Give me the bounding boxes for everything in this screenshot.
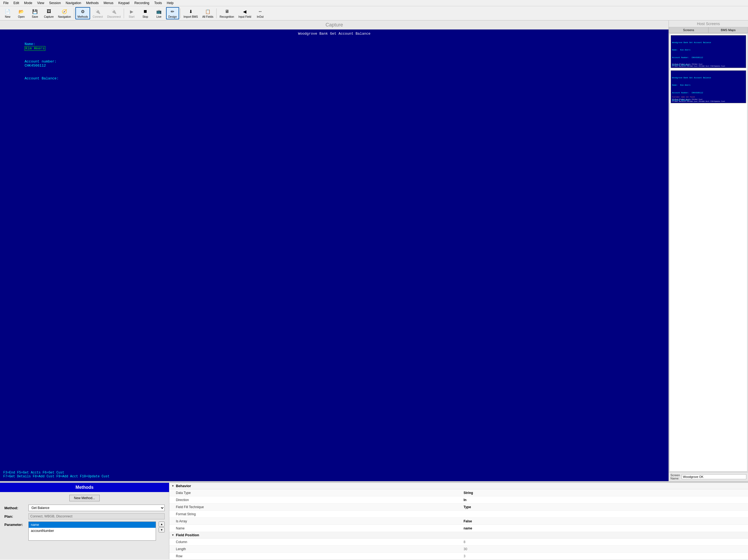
toolbar-btn-methods[interactable]: ⚙Methods	[75, 7, 90, 19]
toolbar-btn-input-field[interactable]: ◀Input Field	[236, 7, 253, 19]
terminal-name-line: Name: Kim Akers	[3, 38, 665, 55]
toolbar-btn-navigation[interactable]: 🧭Navigation	[56, 7, 73, 19]
tab-bms-maps[interactable]: BMS Maps	[708, 27, 748, 33]
prop-format-string: Format String	[169, 511, 748, 518]
new-icon: 📄	[4, 8, 11, 15]
menu-help[interactable]: Help	[165, 1, 176, 5]
navigation-icon: 🧭	[61, 8, 68, 15]
toolbar-btn-new[interactable]: 📄New	[1, 7, 14, 19]
menu-file[interactable]: File	[1, 1, 10, 5]
screen-name-input[interactable]	[682, 474, 746, 479]
prop-value-row-field: 3	[462, 554, 748, 559]
param-scroll-down[interactable]: ▼	[159, 527, 165, 532]
field-position-chevron: ▼	[171, 534, 174, 537]
stop-icon: ⏹	[142, 8, 148, 15]
import-bms-icon: ⬇	[187, 8, 194, 15]
toolbar-btn-import-bms[interactable]: ⬇Import BMS	[182, 7, 200, 19]
prop-value-field-fill: Type	[462, 504, 748, 510]
new-method-button[interactable]: New Method...	[69, 495, 100, 501]
recognition-icon: 🖥	[224, 8, 230, 15]
connect-label: Connect	[93, 15, 103, 18]
prop-value-length: 30	[462, 546, 748, 552]
prop-name-length: Length	[169, 546, 462, 552]
param-item-account-number[interactable]: accountNumber	[29, 528, 156, 534]
field-position-section-header[interactable]: ▼ Field Position	[169, 532, 748, 538]
stop-label: Stop	[143, 15, 148, 18]
param-item-name[interactable]: name	[29, 522, 156, 528]
host-screens-content[interactable]: Woodgrove Bank Get Account Balance Name:…	[669, 34, 747, 471]
toolbar-btn-all-fields[interactable]: 📋All Fields	[201, 7, 215, 19]
capture-panel: Capture Woodgrove Bank Get Account Balan…	[0, 21, 669, 481]
menu-view[interactable]: View	[35, 1, 46, 5]
properties-panel: ▼ Behavior Data Type String Direction In…	[169, 483, 748, 559]
screen-name-label: ScreenName:	[671, 473, 680, 480]
method-select[interactable]: Get Balance	[28, 505, 165, 511]
parameter-row: Parameter: name accountNumber ▲ ▼	[4, 521, 165, 541]
menu-mode[interactable]: Mode	[22, 1, 34, 5]
toolbar-separator-8	[124, 8, 124, 18]
menu-tools[interactable]: Tools	[152, 1, 164, 5]
save-label: Save	[32, 15, 38, 18]
name-value[interactable]: Kim Akers	[25, 46, 45, 51]
terminal-acct-num-line: Account number: CHK4566112	[3, 55, 665, 72]
toolbar-btn-connect: 🔌Connect	[91, 7, 104, 19]
menu-methods[interactable]: Methods	[84, 1, 101, 5]
prop-name-data-type: Data Type	[169, 490, 462, 495]
terminal-fn-keys: F3=End F5=Get Accts F6=Get Cust F7=Get D…	[3, 471, 110, 479]
menu-edit[interactable]: Edit	[11, 1, 21, 5]
screen-name-row: ScreenName:	[669, 472, 748, 481]
prop-name-format-string: Format String	[169, 511, 462, 517]
toolbar-btn-stop[interactable]: ⏹Stop	[139, 7, 152, 19]
menu-recording[interactable]: Recording	[132, 1, 151, 5]
screen-divider	[671, 69, 746, 69]
mini-screen-2: Woodgrove Bank Get Account Balance Name:…	[671, 70, 746, 103]
prop-name-row-field: Row	[169, 554, 462, 559]
toolbar-btn-capture[interactable]: 🖼Capture	[42, 7, 56, 19]
design-label: Design	[168, 15, 177, 18]
menu-bar: File Edit Mode View Session Navigation M…	[0, 0, 748, 6]
prop-value-is-array: False	[462, 518, 748, 524]
methods-body: New Method... Method: Get Balance Plan: …	[0, 492, 169, 559]
prop-length: Length 30	[169, 545, 748, 553]
methods-header: Methods	[0, 483, 169, 492]
plan-label: Plan:	[4, 514, 26, 518]
parameter-list[interactable]: name accountNumber	[28, 521, 156, 541]
menu-menus[interactable]: Menus	[101, 1, 116, 5]
menu-session[interactable]: Session	[47, 1, 63, 5]
param-scroll-up[interactable]: ▲	[159, 521, 165, 527]
methods-label: Methods	[77, 15, 88, 18]
prop-field-fill: Field Fill Technique Type	[169, 504, 748, 511]
tab-screens[interactable]: Screens	[669, 27, 708, 33]
mini-screen-1: Woodgrove Bank Get Account Balance Name:…	[671, 35, 746, 68]
disconnect-label: Disconnect	[107, 15, 120, 18]
toolbar-btn-save[interactable]: 💾Save	[28, 7, 42, 19]
start-label: Start	[128, 15, 134, 18]
toolbar-separator-12	[180, 8, 181, 18]
toolbar-btn-live[interactable]: 📺Live	[153, 7, 165, 19]
toolbar-btn-open[interactable]: 📂Open	[15, 7, 28, 19]
behavior-section-header[interactable]: ▼ Behavior	[169, 483, 748, 489]
open-label: Open	[18, 15, 25, 18]
parameter-label: Parameter:	[4, 522, 26, 527]
behavior-chevron: ▼	[171, 484, 174, 487]
prop-name-name: Name	[169, 526, 462, 531]
save-icon: 💾	[32, 8, 38, 15]
toolbar-btn-design[interactable]: ✏Design	[166, 7, 179, 19]
capture-label: Capture	[44, 15, 54, 18]
name-label: Name:	[25, 42, 35, 46]
main-area: Capture Woodgrove Bank Get Account Balan…	[0, 21, 748, 559]
menu-keypad[interactable]: Keypad	[116, 1, 132, 5]
prop-value-name: name	[462, 526, 748, 531]
prop-name-direction: Direction	[169, 497, 462, 503]
menu-navigation[interactable]: Navigation	[64, 1, 84, 5]
prop-row-row: Row 3	[169, 553, 748, 559]
toolbar-btn-recognition[interactable]: 🖥Recognition	[218, 7, 236, 19]
methods-icon: ⚙	[79, 8, 86, 15]
toolbar-btn-inout[interactable]: ↔InOut	[254, 7, 267, 19]
prop-name-row: Name name	[169, 525, 748, 532]
plan-value: Connect, WBGB, Disconnect	[28, 513, 165, 519]
prop-value-data-type: String	[462, 490, 748, 495]
design-icon: ✏	[169, 8, 176, 15]
start-icon: ▶	[128, 8, 135, 15]
account-number-label: Account number:	[25, 59, 56, 64]
